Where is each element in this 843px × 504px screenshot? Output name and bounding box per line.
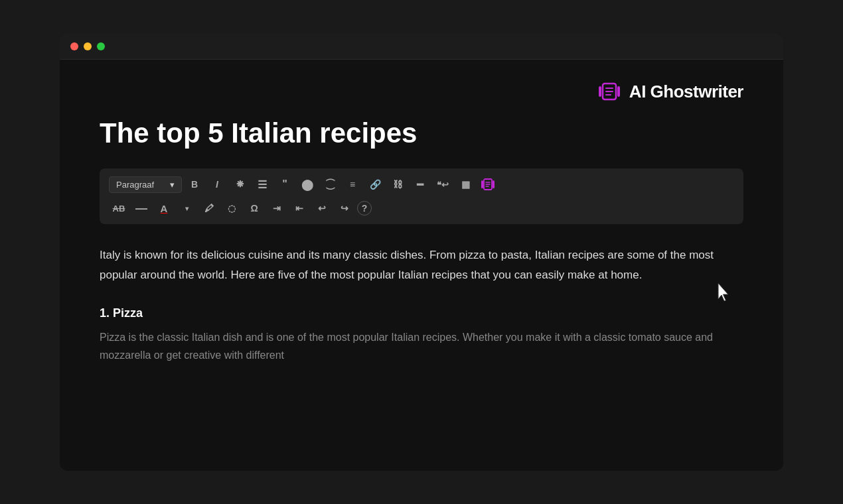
highlight-button[interactable]: 🖍 bbox=[199, 199, 219, 218]
header-logo-area: AI Ghostwriter bbox=[100, 60, 743, 117]
special-button[interactable]: ❝↩ bbox=[433, 175, 453, 194]
link-button[interactable]: 🔗 bbox=[365, 175, 385, 194]
logo-text: AI Ghostwriter bbox=[629, 82, 743, 102]
ordered-list-button[interactable]: ☰ bbox=[252, 175, 272, 194]
close-button[interactable] bbox=[70, 42, 78, 50]
strikethrough-button[interactable]: AB bbox=[109, 199, 129, 218]
unlink-button[interactable]: ⛓ bbox=[388, 175, 408, 194]
svg-rect-7 bbox=[493, 180, 495, 188]
bullet-list-button[interactable]: ⁕ bbox=[230, 175, 250, 194]
article-intro: Italy is known for its delicious cuisine… bbox=[100, 245, 743, 285]
toolbar-row-1: Paragraaf Heading 1 Heading 2 Heading 3 … bbox=[109, 175, 734, 194]
help-button[interactable]: ? bbox=[357, 201, 372, 216]
toolbar-row-2: AB — A ▾ 🖍 ◌ Ω ⇥ ⇤ ↩ ↪ ? bbox=[109, 199, 734, 218]
titlebar bbox=[60, 33, 783, 60]
maximize-button[interactable] bbox=[97, 42, 105, 50]
outdent-button[interactable]: ⇤ bbox=[289, 199, 309, 218]
section-1-heading: 1. Pizza bbox=[100, 306, 743, 320]
svg-rect-0 bbox=[599, 86, 601, 97]
bold-button[interactable]: B bbox=[185, 175, 204, 194]
app-window: AI Ghostwriter The top 5 Italian recipes… bbox=[60, 33, 783, 471]
table-button[interactable]: ▦ bbox=[455, 175, 475, 194]
indent-button[interactable]: ⇥ bbox=[267, 199, 287, 218]
undo-button[interactable]: ↩ bbox=[312, 199, 332, 218]
svg-rect-1 bbox=[617, 86, 620, 97]
dropdown-arrow-icon: ▾ bbox=[170, 180, 175, 190]
paragraph-select[interactable]: Paragraaf Heading 1 Heading 2 Heading 3 … bbox=[116, 180, 166, 190]
erase-button[interactable]: ◌ bbox=[222, 199, 242, 218]
main-content: AI Ghostwriter The top 5 Italian recipes… bbox=[60, 60, 783, 391]
font-color-button[interactable]: A bbox=[154, 199, 174, 218]
svg-rect-6 bbox=[481, 180, 483, 188]
align-center-button[interactable]: ⁐ bbox=[320, 175, 340, 194]
paragraph-dropdown[interactable]: Paragraaf Heading 1 Heading 2 Heading 3 … bbox=[109, 176, 182, 193]
blockquote-button[interactable]: " bbox=[275, 175, 295, 194]
italic-button[interactable]: I bbox=[207, 175, 227, 194]
ai-ghostwriter-button[interactable] bbox=[478, 175, 498, 194]
font-color-arrow[interactable]: ▾ bbox=[177, 199, 196, 218]
editor-toolbar: Paragraaf Heading 1 Heading 2 Heading 3 … bbox=[100, 168, 743, 224]
page-title: The top 5 Italian recipes bbox=[100, 117, 743, 150]
align-left-button[interactable]: ⬤ bbox=[297, 175, 317, 194]
minimize-button[interactable] bbox=[84, 42, 92, 50]
align-right-button[interactable]: ≡ bbox=[343, 175, 362, 194]
hr-button[interactable]: ━ bbox=[410, 175, 430, 194]
special-char-button[interactable]: Ω bbox=[244, 199, 264, 218]
redo-button[interactable]: ↪ bbox=[335, 199, 354, 218]
mouse-cursor-icon bbox=[716, 282, 731, 307]
ai-ghostwriter-icon bbox=[597, 80, 621, 103]
section-1-body: Pizza is the classic Italian dish and is… bbox=[100, 328, 743, 364]
article-section-1: 1. Pizza Pizza is the classic Italian di… bbox=[100, 306, 743, 364]
divider-button[interactable]: — bbox=[131, 199, 151, 218]
